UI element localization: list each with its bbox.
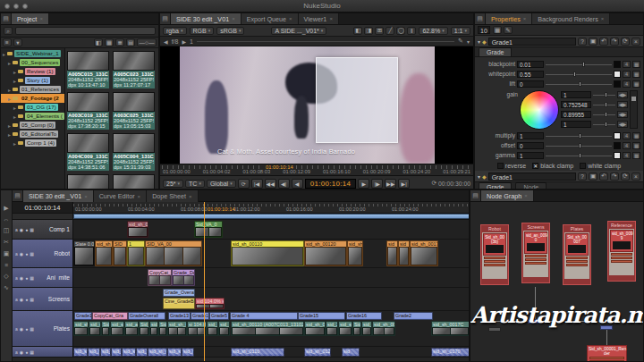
timeline-clip[interactable]: CopyCat_Gra bbox=[92, 312, 128, 320]
close-icon[interactable]: × bbox=[39, 16, 43, 21]
timeline-clip[interactable]: CopyCat_Gr bbox=[148, 269, 172, 286]
child-node[interactable] bbox=[484, 260, 505, 263]
chevron-down-icon[interactable]: ▾ bbox=[13, 38, 22, 46]
tab-side-30-edit-v01[interactable]: SIDE 30 edit _V01 × bbox=[23, 190, 94, 202]
range-mode-dropdown[interactable]: Global▾ bbox=[207, 180, 236, 188]
color-swatch[interactable] bbox=[614, 61, 621, 68]
close-icon[interactable]: × bbox=[289, 16, 292, 21]
timeline-clip[interactable]: sid_sh_00110 bbox=[231, 240, 304, 266]
gain-slider[interactable] bbox=[593, 91, 615, 98]
color-swatch[interactable] bbox=[614, 71, 621, 78]
timeline-clip[interactable]: sid_sh bbox=[182, 348, 194, 357]
slider-handle[interactable] bbox=[605, 92, 607, 97]
timeline-clip[interactable]: sid_sh bbox=[338, 321, 352, 336]
color-swatch[interactable] bbox=[614, 152, 621, 159]
timeline-clip[interactable]: sid bbox=[342, 348, 360, 357]
timeline-clip[interactable]: sid_ bbox=[218, 321, 230, 336]
tab-project[interactable]: Project × bbox=[12, 13, 49, 24]
wipe-icon[interactable]: ╱ bbox=[386, 27, 394, 35]
slip-tool[interactable]: ◫ bbox=[4, 227, 10, 234]
bin-clip-card[interactable]: A005C004_131C 2048x1152 25FPS dpx 15:31:… bbox=[113, 133, 155, 171]
close-icon[interactable]: × bbox=[631, 173, 640, 181]
tab-grade[interactable]: Grade bbox=[479, 47, 512, 56]
bin-tree-item[interactable]: ▸ 05_Comp (0) bbox=[1, 121, 64, 130]
track-visible-icon[interactable]: ◉ bbox=[20, 251, 23, 257]
disclosure-icon[interactable]: ▸ bbox=[13, 140, 16, 147]
node-group-robot[interactable]: Robot Sid_sh_00 (3b) bbox=[480, 224, 509, 285]
ripple-tool[interactable]: ◇ bbox=[4, 273, 8, 280]
gain-vertical-slider[interactable] bbox=[630, 90, 638, 129]
timeline-clip[interactable]: Sid bbox=[158, 321, 167, 336]
panel-menu-icon[interactable]: ▤ bbox=[470, 190, 481, 201]
revert-icon[interactable]: ⟳ bbox=[621, 38, 630, 46]
slider-handle[interactable] bbox=[605, 112, 607, 117]
channel-count-button[interactable]: 4 bbox=[623, 71, 631, 78]
tab-background-renders[interactable]: Background Renders × bbox=[532, 13, 610, 24]
timeline-ruler[interactable]: 01:00:00:0001:00:04:0001:00:08:0001:00:1… bbox=[73, 202, 470, 213]
thumbnail-size-slider[interactable]: —○— bbox=[137, 38, 157, 46]
gain-value[interactable]: 1 bbox=[190, 38, 193, 45]
track-lane[interactable]: sid_sh_0 sid_sh sid_s sid_j sid_sh_0 sid… bbox=[73, 347, 470, 357]
panel-menu-icon[interactable]: ▤ bbox=[160, 13, 171, 24]
colorspace-dropdown[interactable]: sRGB▾ bbox=[216, 27, 244, 35]
checkbox-reverse[interactable]: reverse bbox=[497, 163, 526, 169]
timeline-clip[interactable]: Cine_GradeBase bbox=[163, 298, 195, 309]
gain-slider[interactable] bbox=[593, 111, 615, 118]
poster-view-icon[interactable]: ◧ bbox=[94, 38, 103, 46]
channel-count-button[interactable]: 4 bbox=[623, 80, 631, 88]
timeline-clip[interactable]: sid bbox=[149, 321, 158, 336]
timeline-clip[interactable]: Grade_Overall1 bbox=[163, 289, 195, 297]
panel-menu-icon[interactable]: ▤ bbox=[475, 13, 486, 24]
bin-clip-card[interactable]: A003C019_131C 2048x1152 25FPS dpx 17:38:… bbox=[67, 92, 109, 130]
child-node[interactable] bbox=[525, 262, 547, 265]
bin-clip-card[interactable] bbox=[113, 174, 155, 189]
close-icon[interactable]: × bbox=[601, 16, 605, 21]
timeline-clip[interactable]: sid_sh_0170 bbox=[431, 348, 470, 357]
fast-forward-button[interactable]: ▶▶ bbox=[385, 179, 396, 189]
pixel-ratio-dropdown[interactable]: 1:1▾ bbox=[451, 27, 470, 35]
child-node[interactable] bbox=[484, 264, 505, 266]
razor-tool[interactable]: ✂ bbox=[4, 239, 9, 246]
gain-value-field[interactable]: 0.89955 bbox=[561, 111, 591, 118]
checkbox-black-clamp[interactable]: ✕ black clamp bbox=[532, 163, 573, 169]
close-icon[interactable]: × bbox=[631, 38, 640, 46]
channel-count-button[interactable]: 4 bbox=[623, 61, 631, 68]
child-node[interactable] bbox=[566, 257, 588, 259]
disclosure-icon[interactable]: ▸ bbox=[13, 78, 16, 84]
track-visible-icon[interactable]: ◉ bbox=[20, 349, 23, 355]
parameter-slider[interactable] bbox=[546, 71, 612, 78]
disclosure-icon[interactable]: ▸ bbox=[13, 69, 16, 75]
timeline-clip[interactable]: sid_sh bbox=[88, 348, 100, 357]
play-backward-button[interactable]: ◀ bbox=[292, 179, 303, 189]
parameter-value-field[interactable]: 0.55 bbox=[517, 71, 544, 78]
tab-dope-sheet[interactable]: Dope Sheet × bbox=[147, 190, 198, 202]
slider-handle[interactable] bbox=[579, 133, 581, 139]
channel-count-button[interactable]: 4 bbox=[623, 142, 631, 149]
child-node[interactable] bbox=[525, 258, 547, 261]
color-swatch[interactable] bbox=[614, 80, 621, 88]
track-lock-icon[interactable]: a bbox=[15, 326, 18, 332]
node-name-field[interactable]: Grade1 bbox=[488, 38, 576, 46]
read-node[interactable]: sid_sh_009 9 bbox=[610, 230, 633, 252]
proxy-icon[interactable]: ⊞ bbox=[375, 27, 384, 35]
color-swatch[interactable] bbox=[614, 142, 621, 149]
timeline-clip[interactable]: SID_VA_00 bbox=[145, 240, 202, 266]
close-icon[interactable]: × bbox=[523, 16, 527, 21]
track-header[interactable]: a◉●▦ Comp 1 bbox=[13, 220, 73, 239]
curve-editor-button[interactable]: ▦ bbox=[632, 142, 640, 149]
timeline-clip[interactable]: sid_s bbox=[100, 348, 111, 357]
tab-grade[interactable]: Grade bbox=[479, 182, 512, 189]
timeline-clip[interactable]: sid_sh_0 bbox=[167, 348, 182, 357]
disclosure-icon[interactable]: ▸ bbox=[8, 96, 11, 102]
track-record-icon[interactable]: ● bbox=[25, 349, 28, 355]
disclosure-icon[interactable]: ▸ bbox=[13, 114, 16, 120]
join-tool[interactable]: ▣ bbox=[4, 250, 10, 257]
timeline-clip[interactable]: sid_sh bbox=[347, 240, 363, 266]
timeline-clip[interactable]: Sid_VA_0 bbox=[194, 221, 223, 238]
parameter-value-field[interactable]: 1 bbox=[517, 132, 544, 139]
chevron-down-icon[interactable]: ▾ bbox=[478, 173, 480, 180]
timeline-clip[interactable]: sid_w bbox=[207, 321, 218, 336]
timeline-clip[interactable]: sid bbox=[386, 240, 398, 266]
timeline-clip[interactable]: Sid_s bbox=[139, 321, 149, 336]
next-frame-button[interactable]: |▶ bbox=[371, 179, 383, 189]
